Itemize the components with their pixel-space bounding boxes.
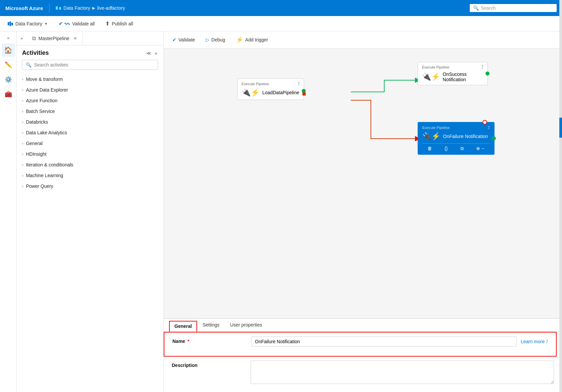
topbar-search-box[interactable]: 🔍 Search <box>470 4 557 12</box>
topbar-divider <box>49 3 49 13</box>
learn-more-label: Learn more <box>521 339 545 344</box>
on-success-header-text: Execute Pipeline <box>422 65 449 69</box>
on-failure-header: Execute Pipeline ⤴ <box>422 125 490 130</box>
pipeline-tab-icon: ⧉ <box>32 35 36 41</box>
category-general[interactable]: › General <box>17 138 163 149</box>
category-move-transform[interactable]: › Move & transform <box>17 74 163 85</box>
tab-user-props-label: User properties <box>230 322 262 328</box>
pipeline-canvas[interactable]: Execute Pipeline ⤴ 🔌⚡ LoadDataPipeline E… <box>164 48 562 318</box>
activities-controls: ≪ « <box>146 50 158 56</box>
topbar-service: Data Factory <box>63 5 90 11</box>
right-scrollbar <box>559 0 562 392</box>
trigger-icon: ⚡ <box>236 36 243 43</box>
load-data-external-icon: ⤴ <box>298 82 300 86</box>
left-panel: » ⧉ MasterPipeline ✕ Activities ≪ « 🔍 <box>17 31 164 392</box>
copy-node-button[interactable]: ⧉ <box>460 146 464 151</box>
search-placeholder: Search <box>481 5 496 11</box>
data-factory-toolbar-icon <box>7 21 13 27</box>
on-failure-node[interactable]: Execute Pipeline ⤴ 🔌⚡ OnFailure Notifica… <box>418 122 495 155</box>
validate-button[interactable]: ✔ Validate <box>170 36 197 44</box>
description-label-text: Description <box>172 363 197 368</box>
activities-title: Activities <box>22 49 49 56</box>
topbar-path: Data Factory ▶ live-adfactory <box>55 5 125 11</box>
category-azure-function[interactable]: › Azure Function <box>17 95 163 106</box>
on-success-right-connector[interactable] <box>485 72 489 76</box>
required-marker: * <box>187 339 189 344</box>
collapse-all-button[interactable]: ≪ <box>146 50 152 56</box>
activities-header: Activities ≪ « <box>17 49 163 60</box>
on-failure-body: 🔌⚡ OnFailure Notification <box>422 132 490 141</box>
scrollbar-thumb[interactable] <box>559 118 562 138</box>
expand-button[interactable]: « <box>154 50 158 56</box>
name-row-outline: Name * Learn more ⤴ <box>164 332 557 357</box>
publish-icon: ⬆ <box>105 20 110 27</box>
on-failure-right-connector[interactable] <box>492 136 496 140</box>
tab-general-label: General <box>174 323 192 329</box>
search-activities-input[interactable] <box>34 62 154 68</box>
category-databricks[interactable]: › Databricks <box>17 117 163 127</box>
svg-rect-0 <box>56 6 58 10</box>
failure-connector[interactable] <box>302 92 306 96</box>
category-label: Iteration & conditionals <box>26 162 74 167</box>
sidebar-expand-button[interactable]: » <box>2 34 15 42</box>
code-node-button[interactable]: {} <box>444 146 447 151</box>
load-data-body: 🔌⚡ LoadDataPipeline <box>242 88 300 97</box>
validate-checkmark-icon: ✔ <box>172 37 176 42</box>
sidebar-manage-button[interactable]: 🧰 <box>2 88 15 101</box>
connect-node-button[interactable]: ⊕→ <box>476 146 485 151</box>
sidebar-home-button[interactable]: 🏠 <box>2 43 15 57</box>
form-area: Name * Learn more ⤴ <box>164 333 556 356</box>
validate-label: Validate <box>178 37 195 42</box>
tab-settings[interactable]: Settings <box>197 319 225 332</box>
validate-all-icon: ✔ <box>58 20 63 27</box>
name-input[interactable] <box>251 337 517 347</box>
category-batch-service[interactable]: › Batch Service <box>17 106 163 117</box>
on-success-node[interactable]: Execute Pipeline ⤴ 🔌⚡ OnSuccessNotificat… <box>418 62 488 85</box>
tab-close-button[interactable]: ✕ <box>74 36 77 41</box>
topbar-resource: live-adfactory <box>97 5 125 11</box>
category-label: General <box>26 141 43 146</box>
data-factory-button[interactable]: Data Factory ▼ <box>5 19 50 28</box>
data-factory-icon <box>55 5 61 11</box>
category-chevron: › <box>22 141 23 145</box>
on-failure-top-connector[interactable] <box>482 120 487 125</box>
load-data-node[interactable]: Execute Pipeline ⤴ 🔌⚡ LoadDataPipeline <box>237 79 304 100</box>
tab-user-properties[interactable]: User properties <box>225 319 268 332</box>
category-label: Move & transform <box>26 77 63 82</box>
category-hdinsight[interactable]: › HDInsight <box>17 149 163 159</box>
category-azure-data-explorer[interactable]: › Azure Data Explorer <box>17 85 163 95</box>
category-data-lake-analytics[interactable]: › Data Lake Analytics <box>17 127 163 138</box>
sidebar-edit-button[interactable]: ✏️ <box>2 58 15 72</box>
load-data-name: LoadDataPipeline <box>262 90 299 95</box>
add-trigger-button[interactable]: ⚡ Add trigger <box>234 35 270 45</box>
category-label: Data Lake Analytics <box>26 130 67 135</box>
category-power-query[interactable]: › Power Query <box>17 181 163 191</box>
delete-node-button[interactable]: 🗑 <box>427 146 432 151</box>
sidebar-monitor-button[interactable]: ⚙️ <box>2 73 15 86</box>
name-label-text: Name <box>172 339 185 344</box>
pipeline-connections <box>164 48 562 318</box>
category-machine-learning[interactable]: › Machine Learning <box>17 170 163 181</box>
category-label: Databricks <box>26 119 48 125</box>
pipeline-tab[interactable]: ⧉ MasterPipeline ✕ <box>27 31 83 45</box>
tab-general[interactable]: General <box>169 321 197 332</box>
debug-button[interactable]: ▷ Debug <box>204 36 227 44</box>
category-label: Azure Function <box>26 98 57 103</box>
category-label: HDInsight <box>26 151 46 157</box>
category-chevron: › <box>22 77 23 81</box>
debug-play-icon: ▷ <box>206 37 209 42</box>
learn-more-link[interactable]: Learn more ⤴ <box>521 339 548 344</box>
category-iteration[interactable]: › Iteration & conditionals <box>17 159 163 170</box>
svg-rect-1 <box>58 6 59 10</box>
validate-all-button[interactable]: ✔ Validate all <box>56 19 97 28</box>
search-activities-icon: 🔍 <box>26 62 31 68</box>
pipeline-tab-label: MasterPipeline <box>38 36 69 41</box>
tab-expand-button[interactable]: » <box>17 31 27 45</box>
on-failure-node-icon: 🔌⚡ <box>422 132 440 141</box>
load-data-node-icon: 🔌⚡ <box>242 88 260 97</box>
search-activities-box[interactable]: 🔍 <box>22 60 158 70</box>
description-textarea[interactable] <box>251 361 554 384</box>
name-form-row: Name * Learn more ⤴ <box>172 337 548 347</box>
description-input-area <box>251 361 554 384</box>
publish-all-button[interactable]: ⬆ Publish all <box>103 19 135 28</box>
